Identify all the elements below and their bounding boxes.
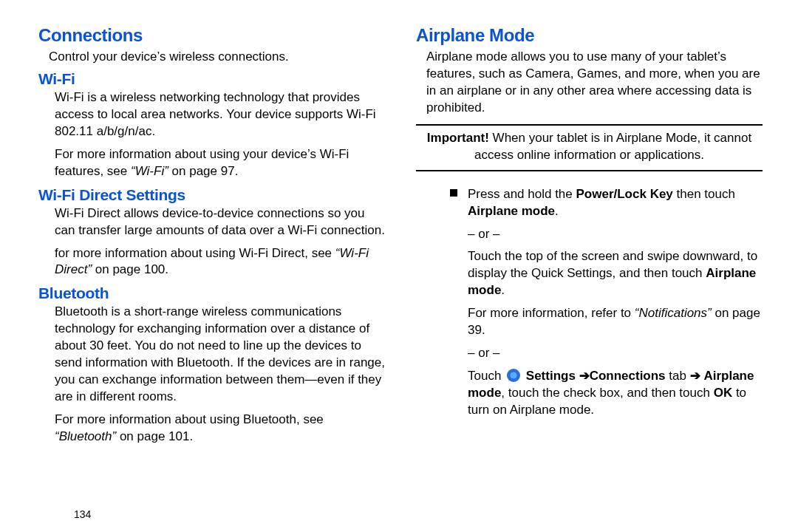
step3-tab: tab [666, 369, 686, 383]
step-or-1: – or – [468, 226, 763, 243]
step3-settings: Settings [526, 369, 590, 383]
wifi-direct-moreinfo: for more information about using Wi-Fi D… [55, 245, 385, 279]
wifi-moreinfo: For more information about using your de… [55, 146, 385, 180]
square-bullet-icon [450, 189, 457, 197]
step3-ok: OK [714, 386, 733, 400]
left-column: Connections Control your device’s wirele… [38, 21, 385, 525]
heading-wifi-direct: Wi-Fi Direct Settings [38, 186, 385, 204]
step1-airplanemode: Airplane mode [468, 204, 555, 218]
step-2-ref: For more information, refer to “Notifica… [468, 305, 763, 339]
right-column: Airplane Mode Airplane mode allows you t… [416, 21, 763, 525]
heading-airplane-mode: Airplane Mode [416, 25, 763, 46]
wifi-moreinfo-b: on page 97. [168, 164, 239, 178]
step2ref-a: For more information, refer to [468, 306, 635, 320]
step1-e: . [555, 204, 559, 218]
airplane-steps: Press and hold the Power/Lock Key then t… [450, 185, 763, 425]
step2-c: . [501, 283, 505, 297]
bluetooth-moreinfo-a: For more information about using Bluetoo… [55, 412, 324, 426]
bluetooth-xref: “Bluetooth” [55, 429, 116, 443]
step-or-2: – or – [468, 345, 763, 362]
step3-rest: , touch the check box, and then touch [501, 386, 713, 400]
wifi-direct-desc: Wi-Fi Direct allows device-to-device con… [55, 205, 385, 239]
important-callout: Important! When your tablet is in Airpla… [416, 124, 763, 171]
wifi-xref: “Wi-Fi” [131, 164, 168, 178]
settings-icon [507, 369, 520, 382]
step-1: Press and hold the Power/Lock Key then t… [468, 186, 763, 220]
step1-a: Press and hold the [468, 187, 576, 201]
manual-page: Connections Control your device’s wirele… [0, 0, 798, 532]
bluetooth-moreinfo: For more information about using Bluetoo… [55, 412, 385, 446]
page-number: 134 [74, 508, 91, 520]
step1-c: then touch [673, 187, 735, 201]
step3-touch: Touch [468, 369, 505, 383]
bluetooth-desc: Bluetooth is a short-range wireless comm… [55, 304, 385, 406]
wifi-direct-moreinfo-a: for more information about using Wi-Fi D… [55, 246, 335, 260]
airplane-desc: Airplane mode allows you to use many of … [426, 49, 763, 117]
heading-connections: Connections [38, 25, 385, 46]
bluetooth-moreinfo-b: on page 101. [116, 429, 193, 443]
wifi-desc: Wi-Fi is a wireless networking technolog… [55, 89, 385, 140]
connections-intro: Control your device’s wireless connectio… [49, 49, 385, 66]
step-2: Touch the top of the screen and swipe do… [468, 248, 763, 299]
wifi-direct-moreinfo-b: on page 100. [92, 262, 168, 276]
step1-powerkey: Power/Lock Key [576, 187, 672, 201]
step-content: Press and hold the Power/Lock Key then t… [468, 185, 763, 425]
step3-connections: Connections [590, 369, 666, 383]
important-label: Important! [427, 131, 489, 145]
heading-wifi: Wi-Fi [38, 70, 385, 88]
step-bullet-row: Press and hold the Power/Lock Key then t… [450, 185, 763, 425]
step-3: Touch SettingsConnections tab Airplane m… [468, 368, 763, 419]
heading-bluetooth: Bluetooth [38, 284, 385, 302]
step3-arrow2 [686, 369, 700, 383]
step2-xref: “Notifications” [635, 306, 712, 320]
important-text: When your tablet is in Airplane Mode, it… [474, 131, 751, 162]
